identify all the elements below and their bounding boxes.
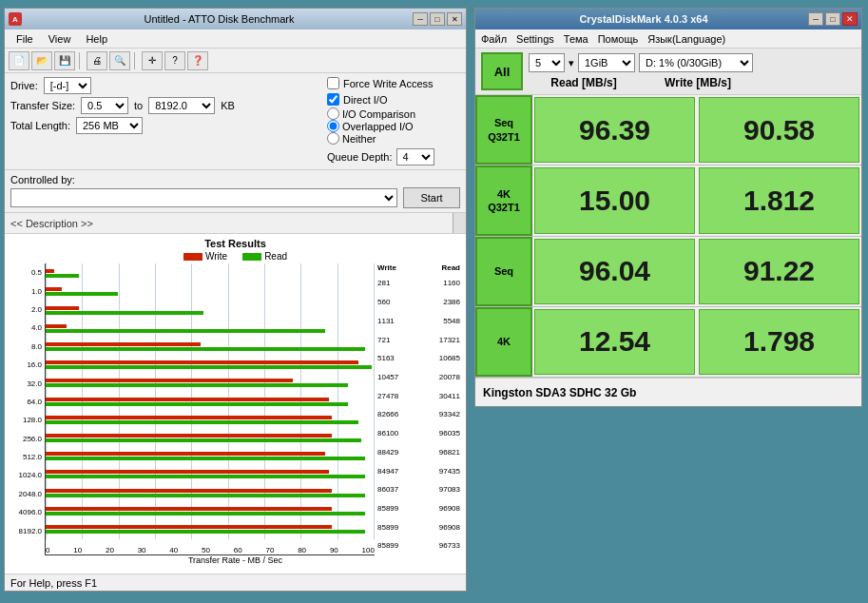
- io-comparison-radio[interactable]: [327, 107, 339, 120]
- direct-io-checkbox[interactable]: [327, 93, 339, 106]
- read-bar: [46, 494, 365, 497]
- cdm-read-header: Read [MB/s]: [529, 76, 639, 89]
- start-button[interactable]: Start: [403, 187, 460, 208]
- cdm-menu-settings[interactable]: Settings: [516, 33, 554, 45]
- y-label: 256.0: [10, 435, 42, 443]
- write-bar: [46, 525, 332, 529]
- write-bar: [46, 287, 62, 291]
- cdm-read-cell: 96.39: [534, 97, 695, 163]
- y-label: 32.0: [10, 379, 42, 388]
- read-bar: [46, 438, 361, 442]
- right-read-val: 1160: [443, 279, 460, 287]
- cdm-read-cell: 12.54: [534, 309, 695, 375]
- cdm-close-button[interactable]: ✕: [842, 12, 858, 26]
- close-button[interactable]: ✕: [447, 12, 462, 26]
- about-button[interactable]: ❓: [187, 51, 208, 70]
- queue-dropdown[interactable]: 4: [396, 148, 434, 165]
- cdm-menu-file[interactable]: Файл: [481, 33, 507, 45]
- y-label: 16.0: [10, 360, 42, 369]
- print-button[interactable]: 🖨: [87, 51, 107, 70]
- read-bar: [46, 347, 365, 351]
- direct-io-label: Direct I/O: [343, 94, 387, 106]
- read-bar: [46, 292, 118, 296]
- right-write-val: 85899: [377, 541, 398, 550]
- cdm-menu-language[interactable]: Язык(Language): [647, 33, 725, 45]
- y-label: 8.0: [10, 342, 42, 351]
- desc-scrollbar[interactable]: [453, 213, 466, 233]
- write-bar: [46, 434, 332, 438]
- y-label: 2048.0: [10, 490, 42, 498]
- save-button[interactable]: 💾: [54, 51, 75, 70]
- right-value-row: 8842996821: [377, 448, 460, 457]
- cdm-menu-theme[interactable]: Тема: [564, 33, 588, 45]
- cdm-drive-dropdown[interactable]: D: 1% (0/30GiB): [639, 53, 753, 72]
- write-bar: [46, 360, 358, 364]
- right-write-val: 86100: [377, 429, 398, 438]
- cdm-data-row: Seq96.0491.22: [475, 237, 861, 307]
- cdm-row-label[interactable]: 4K: [475, 307, 532, 377]
- open-button[interactable]: 📂: [31, 51, 52, 70]
- cdm-size-dropdown[interactable]: 1GiB: [578, 53, 635, 72]
- neither-row: Neither: [327, 132, 460, 145]
- cdm-bottom-info: Kingston SDA3 SDHC 32 Gb: [475, 378, 861, 406]
- read-bar: [46, 383, 348, 387]
- right-read-val: 17321: [439, 336, 460, 344]
- read-bar: [46, 365, 372, 369]
- force-write-checkbox[interactable]: [327, 77, 339, 89]
- length-dropdown[interactable]: 256 MB: [76, 117, 143, 134]
- read-bar: [46, 402, 348, 406]
- cdm-window: CrystalDiskMark 4.0.3 x64 ─ □ ✕ Файл Set…: [474, 8, 862, 407]
- read-legend-label: Read: [264, 251, 287, 262]
- right-read-header: Read: [441, 263, 460, 272]
- right-write-header: Write: [377, 263, 396, 272]
- cdm-window-buttons: ─ □ ✕: [808, 12, 858, 26]
- right-value-row: 8494797435: [377, 467, 460, 476]
- y-axis: 0.51.02.04.08.016.032.064.0128.0256.0512…: [10, 263, 45, 555]
- menu-view[interactable]: View: [41, 31, 79, 47]
- options-left: Drive: [-d-] Transfer Size: 0.5 to 8192.…: [10, 77, 319, 165]
- new-button[interactable]: 📄: [9, 51, 29, 70]
- bar-row: [46, 320, 375, 338]
- cdm-runs-dropdown[interactable]: 5: [529, 53, 565, 72]
- menu-file[interactable]: File: [9, 31, 41, 47]
- cdm-write-cell: 1.798: [699, 309, 859, 375]
- cdm-minimize-button[interactable]: ─: [808, 12, 823, 26]
- cdm-row-label[interactable]: Seq Q32T1: [475, 95, 532, 165]
- right-write-val: 721: [377, 336, 390, 344]
- legend-write: Write: [183, 251, 227, 262]
- menu-help[interactable]: Help: [78, 31, 115, 47]
- drive-row: Drive: [-d-]: [10, 77, 319, 94]
- write-bar: [46, 342, 201, 346]
- transfer-label: Transfer Size:: [10, 100, 75, 111]
- right-write-val: 5163: [377, 354, 395, 362]
- move-button[interactable]: ✛: [142, 51, 163, 70]
- cdm-all-button[interactable]: All: [481, 52, 523, 90]
- right-read-val: 2386: [443, 298, 460, 306]
- cdm-write-header: Write [MB/s]: [643, 76, 753, 89]
- transfer-from-dropdown[interactable]: 0.5: [81, 97, 128, 114]
- transfer-to-dropdown[interactable]: 8192.0: [148, 97, 215, 114]
- x-axis-labels: 0 10 20 30 40 50 60 70 80 90 100: [46, 539, 375, 554]
- bars-container: [46, 263, 375, 539]
- right-value-rows: 2811160560238611315548721173215163106851…: [377, 274, 460, 555]
- right-value-row: 11315548: [377, 317, 460, 325]
- cdm-maximize-button[interactable]: □: [825, 12, 840, 26]
- help-button[interactable]: ?: [164, 51, 185, 70]
- io-comparison-row: I/O Comparison: [327, 107, 460, 120]
- minimize-button[interactable]: ─: [413, 12, 428, 26]
- legend-read: Read: [242, 251, 287, 262]
- preview-button[interactable]: 🔍: [109, 51, 130, 70]
- right-write-val: 560: [377, 298, 390, 306]
- cdm-row-label[interactable]: 4K Q32T1: [475, 165, 532, 235]
- atto-toolbar: 📄 📂 💾 🖨 🔍 ✛ ? ❓: [5, 49, 466, 73]
- controlled-dropdown[interactable]: [10, 188, 397, 207]
- drive-dropdown[interactable]: [-d-]: [44, 77, 91, 94]
- cdm-menu-help[interactable]: Помощь: [598, 33, 639, 45]
- cdm-row-label[interactable]: Seq: [475, 237, 532, 306]
- neither-radio[interactable]: [327, 132, 339, 145]
- toolbar-sep2: [134, 52, 138, 69]
- cdm-write-cell: 91.22: [699, 239, 859, 304]
- maximize-button[interactable]: □: [430, 12, 445, 26]
- overlapped-io-radio[interactable]: [327, 120, 339, 132]
- cdm-read-cell: 96.04: [534, 239, 695, 304]
